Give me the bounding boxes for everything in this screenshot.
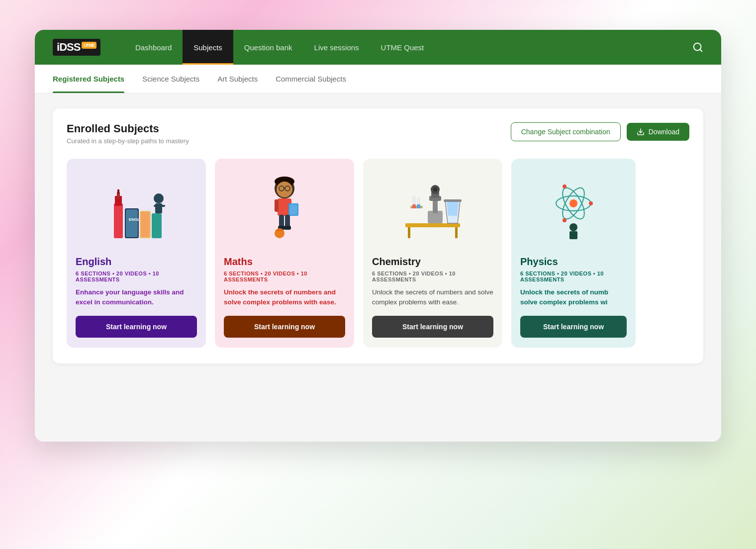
svg-point-53 (589, 201, 593, 205)
svg-rect-33 (408, 227, 410, 238)
nav-links: Dashboard Subjects Question bank Live se… (124, 30, 692, 65)
maths-start-button[interactable]: Start learning now (224, 316, 345, 338)
english-subject-name: English (76, 256, 197, 268)
card-maths-image (215, 159, 354, 248)
english-books-illustration: ENGLISH (104, 174, 169, 243)
card-maths: Maths 6 SECTIONS • 20 VIDEOS • 10 ASSESS… (215, 159, 354, 348)
chemistry-meta: 6 SECTIONS • 20 VIDEOS • 10 ASSESSMENTS (372, 271, 493, 282)
search-icon (692, 42, 703, 53)
svg-rect-26 (289, 204, 297, 215)
card-chemistry-image (363, 159, 502, 248)
logo-area: i DSS UTME (53, 39, 100, 56)
section-title-group: Enrolled Subjects Curated in a step-by-s… (67, 122, 189, 145)
logo: i DSS UTME (53, 39, 100, 56)
navbar: i DSS UTME Dashboard Subjects Question b… (35, 30, 721, 65)
card-physics-body: Physics 6 SECTIONS • 20 VIDEOS • 10 ASSE… (511, 248, 636, 338)
utme-badge: UTME (82, 42, 96, 49)
svg-point-54 (563, 184, 567, 188)
change-subject-button[interactable]: Change Subject combination (511, 122, 621, 141)
svg-rect-43 (412, 204, 416, 208)
section-header: Enrolled Subjects Curated in a step-by-s… (67, 122, 689, 145)
download-button[interactable]: Download (627, 123, 689, 141)
svg-point-56 (569, 223, 577, 231)
header-actions: Change Subject combination Download (511, 122, 689, 141)
svg-point-13 (154, 193, 164, 203)
physics-illustration (544, 174, 603, 243)
svg-rect-28 (285, 215, 290, 227)
svg-rect-32 (405, 223, 460, 227)
card-chemistry: Chemistry 6 SECTIONS • 20 VIDEOS • 10 AS… (363, 159, 502, 348)
svg-rect-30 (284, 226, 291, 230)
nav-question-bank[interactable]: Question bank (233, 30, 303, 65)
svg-rect-11 (141, 212, 150, 237)
nav-subjects[interactable]: Subjects (183, 30, 233, 65)
card-chemistry-body: Chemistry 6 SECTIONS • 20 VIDEOS • 10 AS… (363, 248, 502, 338)
tab-registered-subjects[interactable]: Registered Subjects (53, 65, 124, 93)
tab-art-subjects[interactable]: Art Subjects (217, 65, 258, 93)
chemistry-start-button[interactable]: Start learning now (372, 316, 493, 338)
maths-meta: 6 SECTIONS • 20 VIDEOS • 10 ASSESSMENTS (224, 271, 345, 282)
svg-rect-6 (117, 189, 119, 193)
svg-line-1 (700, 49, 702, 51)
chemistry-lab-illustration (400, 174, 465, 243)
search-button[interactable] (692, 42, 703, 53)
content-area: Enrolled Subjects Curated in a step-by-s… (35, 93, 721, 442)
nav-utme-quest[interactable]: UTME Quest (370, 30, 435, 65)
tab-science-subjects[interactable]: Science Subjects (142, 65, 199, 93)
svg-rect-16 (161, 205, 165, 207)
physics-meta: 6 SECTIONS • 20 VIDEOS • 10 ASSESSMENTS (520, 271, 627, 282)
svg-rect-45 (417, 204, 420, 208)
card-english-body: English 6 SECTIONS • 20 VIDEOS • 10 ASSE… (67, 248, 206, 338)
svg-rect-48 (444, 199, 462, 202)
section-subtitle: Curated in a step-by-step paths to maste… (67, 137, 189, 145)
card-physics: Physics 6 SECTIONS • 20 VIDEOS • 10 ASSE… (511, 159, 636, 348)
chemistry-subject-name: Chemistry (372, 256, 493, 268)
tab-commercial-subjects[interactable]: Commercial Subjects (276, 65, 346, 93)
svg-point-49 (569, 199, 577, 207)
svg-point-40 (433, 187, 438, 192)
nav-dashboard[interactable]: Dashboard (124, 30, 183, 65)
svg-rect-27 (279, 215, 284, 227)
svg-rect-15 (154, 205, 158, 207)
svg-marker-47 (447, 201, 459, 216)
english-desc: Enhance your language skills and excel i… (76, 287, 197, 308)
card-physics-image (511, 159, 636, 248)
physics-desc: Unlock the secrets of numb solve complex… (520, 287, 627, 308)
maths-student-illustration (255, 174, 314, 243)
svg-rect-41 (410, 206, 423, 208)
download-label: Download (649, 128, 679, 136)
cards-row: ENGLISH (67, 159, 689, 348)
svg-rect-24 (275, 199, 279, 212)
tabs-bar: Registered Subjects Science Subjects Art… (35, 65, 721, 93)
enrolled-section: Enrolled Subjects Curated in a step-by-s… (53, 108, 703, 364)
svg-rect-12 (152, 213, 162, 238)
physics-subject-name: Physics (520, 256, 627, 268)
download-icon (637, 128, 645, 136)
physics-start-button[interactable]: Start learning now (520, 316, 627, 338)
svg-rect-8 (126, 209, 138, 237)
nav-right (692, 42, 703, 53)
svg-rect-34 (455, 227, 458, 238)
svg-rect-3 (114, 203, 123, 238)
maths-desc: Unlock the secrets of numbers and solve … (224, 287, 345, 308)
chemistry-desc: Unlock the secrets of numbers and solve … (372, 287, 493, 308)
logo-dss: DSS (59, 41, 80, 54)
svg-rect-57 (569, 231, 577, 239)
section-title: Enrolled Subjects (67, 122, 189, 135)
maths-subject-name: Maths (224, 256, 345, 268)
app-window: i DSS UTME Dashboard Subjects Question b… (35, 30, 721, 442)
card-english: ENGLISH (67, 159, 206, 348)
card-english-image: ENGLISH (67, 159, 206, 248)
nav-live-sessions[interactable]: Live sessions (303, 30, 370, 65)
english-meta: 6 SECTIONS • 20 VIDEOS • 10 ASSESSMENTS (76, 271, 197, 282)
card-maths-body: Maths 6 SECTIONS • 20 VIDEOS • 10 ASSESS… (215, 248, 354, 338)
svg-point-55 (563, 218, 567, 222)
english-start-button[interactable]: Start learning now (76, 316, 197, 338)
